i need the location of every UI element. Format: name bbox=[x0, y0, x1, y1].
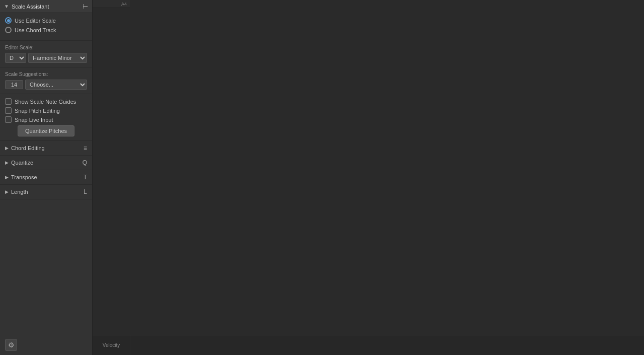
scale-type-select[interactable]: Harmonic Minor MajorMinorMelodic Minor D… bbox=[28, 53, 87, 63]
settings-button[interactable]: ⚙ bbox=[5, 339, 17, 351]
scale-suggestions-section: Scale Suggestions: 14 Choose... bbox=[0, 67, 92, 94]
quantize-pitches-button[interactable]: Quantize Pitches bbox=[18, 125, 74, 136]
editor-scale-section: Editor Scale: D CC#D#E FF#GG# AA#B Harmo… bbox=[0, 41, 92, 67]
note-grid-container: A4 bbox=[93, 0, 644, 335]
use-chord-track-radio[interactable]: Use Chord Track bbox=[5, 27, 87, 33]
gear-icon: ⚙ bbox=[8, 341, 15, 349]
sidebar: ▼ Scale Assistant ⊢ Use Editor Scale Use… bbox=[0, 0, 93, 355]
piano-key-A4[interactable]: A4 bbox=[93, 0, 130, 8]
chord-editing-section: ▶ Chord Editing ≡ bbox=[0, 141, 92, 156]
transpose-left: ▶ Transpose bbox=[5, 174, 37, 180]
snap-pitch-row[interactable]: Snap Pitch Editing bbox=[5, 107, 87, 114]
quantize-arrow: ▶ bbox=[5, 160, 9, 165]
transpose-header[interactable]: ▶ Transpose T bbox=[0, 170, 92, 184]
snap-live-checkbox[interactable] bbox=[5, 116, 12, 123]
transpose-section: ▶ Transpose T bbox=[0, 170, 92, 185]
note-grid[interactable] bbox=[130, 0, 644, 335]
suggestions-row: 14 Choose... bbox=[5, 80, 87, 90]
scale-mode-section: Use Editor Scale Use Chord Track bbox=[0, 13, 92, 41]
snap-pitch-label: Snap Pitch Editing bbox=[15, 108, 60, 114]
show-scale-guides-label: Show Scale Note Guides bbox=[15, 99, 76, 105]
quantize-icon: Q bbox=[83, 159, 87, 166]
scale-selector-row: D CC#D#E FF#GG# AA#B Harmonic Minor Majo… bbox=[5, 53, 87, 63]
length-section: ▶ Length L bbox=[0, 185, 92, 199]
quantize-header[interactable]: ▶ Quantize Q bbox=[0, 156, 92, 170]
velocity-label-area: Velocity bbox=[93, 335, 130, 355]
suggestions-count-input[interactable]: 14 bbox=[5, 80, 23, 89]
editor-scale-radio-indicator bbox=[5, 17, 12, 24]
editor-scale-label: Use Editor Scale bbox=[15, 18, 56, 24]
sidebar-header: ▼ Scale Assistant ⊢ bbox=[0, 0, 92, 13]
snap-live-label: Snap Live Input bbox=[15, 117, 53, 123]
length-arrow: ▶ bbox=[5, 189, 9, 194]
piano-key-label: A4 bbox=[93, 2, 128, 7]
velocity-bars-area bbox=[130, 335, 644, 355]
chord-track-radio-indicator bbox=[5, 27, 12, 33]
settings-row: ⚙ bbox=[0, 335, 92, 355]
chord-editing-arrow: ▶ bbox=[5, 146, 9, 151]
velocity-section: Velocity bbox=[93, 335, 644, 355]
checkbox-section: Show Scale Note Guides Snap Pitch Editin… bbox=[0, 94, 92, 141]
length-title: Length bbox=[11, 189, 28, 195]
chord-track-label: Use Chord Track bbox=[15, 27, 56, 33]
scale-suggestions-heading: Scale Suggestions: bbox=[5, 72, 87, 77]
velocity-label: Velocity bbox=[103, 342, 120, 348]
chord-editing-left: ▶ Chord Editing bbox=[5, 145, 45, 151]
quantize-section: ▶ Quantize Q bbox=[0, 156, 92, 170]
quantize-title: Quantize bbox=[11, 160, 33, 166]
transpose-title: Transpose bbox=[11, 174, 37, 180]
quantize-left: ▶ Quantize bbox=[5, 160, 33, 166]
snap-live-input-row[interactable]: Snap Live Input bbox=[5, 116, 87, 123]
suggestions-choose-select[interactable]: Choose... bbox=[25, 80, 87, 90]
piano-keys: A4 bbox=[93, 0, 130, 335]
scale-key-select[interactable]: D CC#D#E FF#GG# AA#B bbox=[5, 53, 26, 63]
length-left: ▶ Length bbox=[5, 189, 28, 195]
chord-editing-header[interactable]: ▶ Chord Editing ≡ bbox=[0, 141, 92, 155]
use-editor-scale-radio[interactable]: Use Editor Scale bbox=[5, 17, 87, 24]
snap-pitch-checkbox[interactable] bbox=[5, 107, 12, 114]
chord-editing-title: Chord Editing bbox=[11, 145, 45, 151]
pin-icon[interactable]: ⊢ bbox=[83, 3, 88, 10]
transpose-icon: T bbox=[84, 174, 87, 181]
length-header[interactable]: ▶ Length L bbox=[0, 185, 92, 199]
chord-editing-icon: ≡ bbox=[84, 145, 87, 152]
collapse-arrow-icon[interactable]: ▼ bbox=[4, 4, 9, 9]
piano-roll: A4 Velocity bbox=[93, 0, 644, 355]
sidebar-title: Scale Assistant bbox=[12, 4, 49, 10]
transpose-arrow: ▶ bbox=[5, 175, 9, 180]
editor-scale-heading: Editor Scale: bbox=[5, 45, 87, 50]
length-icon: L bbox=[84, 188, 87, 195]
show-scale-guides-row[interactable]: Show Scale Note Guides bbox=[5, 98, 87, 105]
show-scale-guides-checkbox[interactable] bbox=[5, 98, 12, 105]
